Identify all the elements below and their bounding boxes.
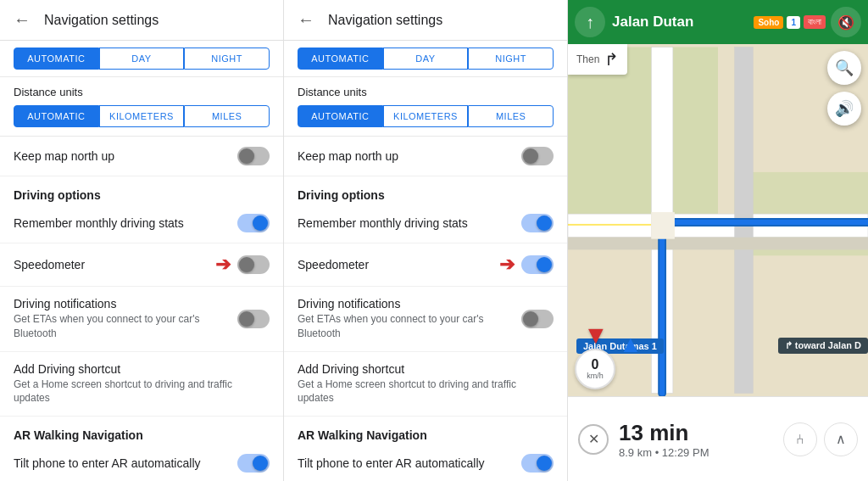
- left-keep-north-label: Keep map north up: [14, 149, 114, 163]
- expand-button[interactable]: ∧: [824, 422, 858, 456]
- left-speedometer-toggle[interactable]: [237, 255, 270, 274]
- road-label-toward: ↱ toward Jalan D: [778, 338, 868, 354]
- right-dist-km[interactable]: KILOMETERS: [383, 105, 469, 127]
- up-arrow-icon: ↑: [586, 13, 594, 32]
- left-tilt-toggle[interactable]: [237, 454, 270, 473]
- right-notifications-text: Driving notifications Get ETAs when you …: [298, 297, 521, 341]
- left-speedometer-row: Speedometer ➔: [0, 243, 283, 287]
- left-distance-toggle-row: AUTOMATIC KILOMETERS MILES: [0, 102, 283, 137]
- left-keep-north-toggle[interactable]: [237, 147, 270, 165]
- map-background: Jalan Dutamas 1 ↱ toward Jalan D: [568, 44, 868, 396]
- left-notifications-subtitle: Get ETAs when you connect to your car's …: [14, 312, 237, 341]
- search-button[interactable]: 🔍: [827, 51, 861, 85]
- eta-distance: 8.9 km: [619, 446, 652, 459]
- badge-num: 1: [787, 16, 800, 29]
- speed-unit: km/h: [587, 372, 604, 380]
- map-bottom-bar: ✕ 13 min 8.9 km • 12:29 PM ⑃ ∧: [568, 396, 868, 481]
- right-shortcut-text: Add Driving shortcut Get a Home screen s…: [298, 362, 554, 406]
- right-remember-stats-row: Remember monthly driving stats: [284, 204, 567, 243]
- right-distance-toggle-row: AUTOMATIC KILOMETERS MILES: [284, 102, 567, 137]
- left-shortcut-text: Add Driving shortcut Get a Home screen s…: [14, 362, 270, 406]
- left-notifications-title: Driving notifications: [14, 297, 237, 310]
- left-notifications-row: Driving notifications Get ETAs when you …: [0, 287, 283, 352]
- right-speedometer-toggle[interactable]: [521, 255, 554, 274]
- left-remember-stats-label: Remember monthly driving stats: [14, 216, 184, 230]
- close-navigation-button[interactable]: ✕: [578, 424, 609, 455]
- right-driving-heading: Driving options: [284, 176, 567, 204]
- left-panel-title: Navigation settings: [44, 13, 159, 28]
- right-notifications-row: Driving notifications Get ETAs when you …: [284, 287, 567, 352]
- right-mode-night[interactable]: NIGHT: [468, 48, 554, 70]
- right-speedometer-arrow: ➔: [499, 254, 515, 276]
- left-nav-panel: ← Navigation settings AUTOMATIC DAY NIGH…: [0, 0, 284, 481]
- right-remember-stats-toggle[interactable]: [521, 214, 554, 232]
- left-dist-automatic[interactable]: AUTOMATIC: [14, 105, 99, 127]
- right-mode-day[interactable]: DAY: [383, 48, 469, 70]
- left-distance-label: Distance units: [0, 77, 283, 102]
- eta-details: 8.9 km • 12:29 PM: [619, 446, 783, 459]
- volume-icon: 🔊: [835, 99, 854, 118]
- right-dist-automatic[interactable]: AUTOMATIC: [298, 105, 383, 127]
- right-mode-automatic[interactable]: AUTOMATIC: [298, 48, 383, 70]
- left-tilt-label: Tilt phone to enter AR automatically: [14, 456, 201, 470]
- svg-rect-9: [651, 212, 675, 238]
- routes-button[interactable]: ⑃: [783, 422, 817, 456]
- right-keep-north-label: Keep map north up: [298, 149, 398, 163]
- right-panel-header: ← Navigation settings: [284, 0, 567, 41]
- left-back-button[interactable]: ←: [14, 10, 31, 30]
- left-remember-stats-toggle[interactable]: [237, 214, 270, 232]
- right-tilt-label: Tilt phone to enter AR automatically: [298, 456, 485, 470]
- speed-value: 0: [592, 358, 599, 372]
- left-mode-night[interactable]: NIGHT: [184, 48, 270, 70]
- right-panel-content: AUTOMATIC DAY NIGHT Distance units AUTOM…: [284, 41, 567, 481]
- map-header: ↑ Jalan Dutan Soho 1 বাংলা 🔇: [568, 0, 868, 44]
- right-shortcut-title: Add Driving shortcut: [298, 362, 554, 376]
- right-tilt-toggle[interactable]: [521, 454, 554, 473]
- right-remember-stats-label: Remember monthly driving stats: [298, 216, 468, 230]
- map-red-arrow: ▼: [583, 321, 609, 350]
- left-speedometer-label: Speedometer: [14, 258, 85, 271]
- right-distance-label: Distance units: [284, 77, 567, 102]
- right-notifications-toggle[interactable]: [521, 310, 554, 328]
- left-shortcut-title: Add Driving shortcut: [14, 362, 270, 376]
- volume-button[interactable]: 🔊: [827, 92, 861, 126]
- map-up-arrow-btn[interactable]: ↑: [575, 7, 605, 37]
- map-badges: Soho 1 বাংলা: [754, 15, 826, 29]
- left-mode-day[interactable]: DAY: [99, 48, 185, 70]
- speedometer: 0 km/h: [575, 349, 615, 389]
- map-blue-nav-arrow: ▲: [619, 331, 643, 358]
- right-keep-north-toggle[interactable]: [521, 147, 554, 165]
- left-shortcut-row: Add Driving shortcut Get a Home screen s…: [0, 352, 283, 417]
- left-mode-automatic[interactable]: AUTOMATIC: [14, 48, 99, 70]
- left-mode-toggle-row: AUTOMATIC DAY NIGHT: [0, 41, 283, 77]
- audio-icon: 🔇: [837, 14, 854, 31]
- right-shortcut-subtitle: Get a Home screen shortcut to driving an…: [298, 378, 554, 406]
- right-notifications-title: Driving notifications: [298, 297, 521, 310]
- map-panel: ↑ Jalan Dutan Soho 1 বাংলা 🔇 Then ↱ 🔍 🔊: [568, 0, 868, 481]
- left-dist-km[interactable]: KILOMETERS: [99, 105, 185, 127]
- left-notifications-text: Driving notifications Get ETAs when you …: [14, 297, 237, 341]
- left-notifications-toggle[interactable]: [237, 310, 270, 328]
- eta-time: 12:29 PM: [662, 446, 709, 459]
- audio-button[interactable]: 🔇: [831, 7, 861, 37]
- map-turn-bar: Then ↱: [568, 44, 627, 75]
- right-notifications-subtitle: Get ETAs when you connect to your car's …: [298, 312, 521, 341]
- right-tilt-row: Tilt phone to enter AR automatically: [284, 444, 567, 481]
- turn-arrow-icon: ↱: [604, 49, 619, 70]
- close-icon: ✕: [588, 431, 599, 447]
- left-panel-content: AUTOMATIC DAY NIGHT Distance units AUTOM…: [0, 41, 283, 481]
- eta-info: 13 min 8.9 km • 12:29 PM: [619, 420, 783, 459]
- right-shortcut-row: Add Driving shortcut Get a Home screen s…: [284, 352, 567, 417]
- right-ar-heading: AR Walking Navigation: [284, 417, 567, 444]
- right-back-button[interactable]: ←: [298, 10, 314, 30]
- left-dist-miles[interactable]: MILES: [184, 105, 270, 127]
- map-action-buttons: ⑃ ∧: [783, 422, 858, 456]
- right-speedometer-row: Speedometer ➔: [284, 243, 567, 287]
- badge-lang: বাংলা: [804, 15, 826, 29]
- eta-duration: 13 min: [619, 420, 783, 446]
- left-panel-header: ← Navigation settings: [0, 0, 283, 41]
- right-dist-miles[interactable]: MILES: [468, 105, 554, 127]
- left-speedometer-arrow: ➔: [215, 254, 231, 276]
- badge-soho: Soho: [754, 16, 783, 29]
- svg-rect-7: [568, 238, 868, 250]
